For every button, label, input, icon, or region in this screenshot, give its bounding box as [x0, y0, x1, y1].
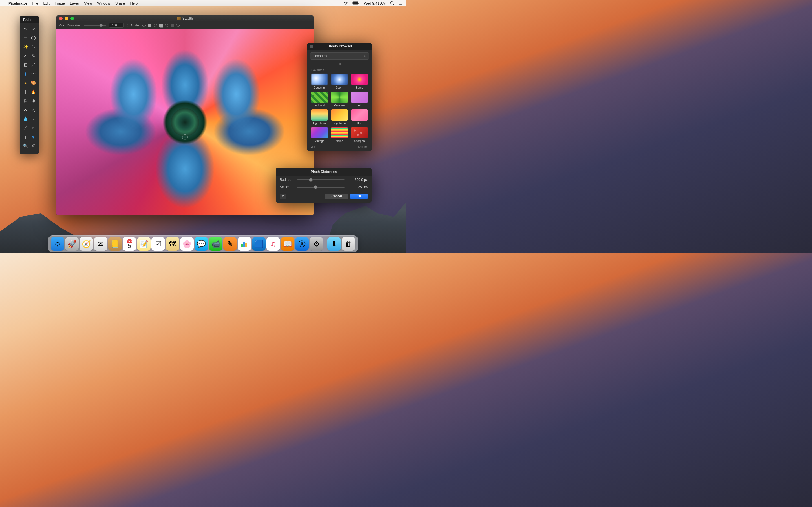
pinch-distortion-panel[interactable]: Pinch Distortion Radius: 300.0 px Scale:…	[276, 168, 371, 203]
dock-trash[interactable]: 🗑	[342, 237, 355, 251]
effects-category-dropdown[interactable]: Favorites ▴▾	[310, 52, 369, 60]
menu-window[interactable]: Window	[97, 1, 110, 5]
eraser-tool[interactable]: ◧	[21, 61, 29, 69]
dock-mail[interactable]: ✉	[94, 237, 107, 251]
wifi-icon[interactable]	[343, 1, 348, 5]
type-tool[interactable]: T	[21, 133, 29, 141]
line-tool[interactable]: ╱	[21, 124, 29, 132]
effect-bump[interactable]: Bump	[350, 74, 369, 89]
dock-messages[interactable]: 💬	[195, 237, 208, 251]
pixel-tool[interactable]: ▫	[29, 115, 37, 123]
window-titlebar[interactable]: Stealth	[56, 15, 313, 22]
effect-light-leak[interactable]: Light Leak	[310, 109, 329, 125]
battery-icon[interactable]	[352, 1, 359, 5]
effect-noise[interactable]: Noise	[330, 127, 349, 143]
effect-pinwheel[interactable]: Pinwheel	[330, 92, 349, 107]
mode-front-icon[interactable]	[176, 24, 180, 27]
dock-itunes[interactable]: ♫	[266, 237, 280, 251]
mode-replace-icon[interactable]	[182, 24, 185, 27]
effect-sharpen[interactable]: Sharpen	[350, 127, 369, 143]
effect-brickwork[interactable]: Brickwork	[310, 92, 329, 107]
effect-gaussian[interactable]: Gaussian	[310, 74, 329, 89]
dock-notes[interactable]: 📝	[137, 237, 151, 251]
document-canvas[interactable]	[56, 29, 313, 216]
reset-button[interactable]: ↺	[280, 193, 287, 199]
effects-search[interactable]: ▾	[311, 146, 315, 149]
magic-wand-tool[interactable]: ✨	[21, 43, 29, 51]
menubar-clock[interactable]: Wed 9:41 AM	[364, 1, 386, 5]
scale-value[interactable]: 25.0%	[347, 185, 368, 189]
menu-layer[interactable]: Layer	[70, 1, 79, 5]
dock-photos[interactable]: 🌸	[180, 237, 194, 251]
marquee-tool[interactable]: ▭	[21, 34, 29, 42]
dock-launchpad[interactable]: 🚀	[65, 237, 79, 251]
heal-tool[interactable]: ⊕	[29, 97, 37, 105]
diameter-slider[interactable]	[84, 25, 106, 25]
dock-downloads[interactable]: ⬇	[327, 237, 341, 251]
dock-appstore[interactable]: Ⓐ	[295, 237, 309, 251]
menu-image[interactable]: Image	[55, 1, 65, 5]
smudge-tool[interactable]: 〰	[29, 70, 37, 78]
app-menu[interactable]: Pixelmator	[8, 1, 27, 5]
red-eye-tool[interactable]: 👁	[21, 106, 29, 114]
mode-add-icon[interactable]	[148, 24, 151, 27]
burn-tool[interactable]: 🔥	[29, 88, 37, 96]
crop-tool[interactable]: ✂	[21, 52, 29, 60]
effect-target-cursor[interactable]	[182, 134, 188, 140]
dock-facetime[interactable]: 📹	[209, 237, 222, 251]
sharpen-tool[interactable]: △	[29, 106, 37, 114]
dock-maps[interactable]: 🗺	[166, 237, 179, 251]
effects-thumb-size-slider[interactable]	[310, 62, 369, 65]
shape-tool[interactable]: ♥	[29, 133, 37, 141]
mode-behind-icon[interactable]	[170, 24, 174, 27]
dock-ibooks[interactable]: 📖	[281, 237, 294, 251]
diameter-stepper[interactable]: ▲▼	[126, 24, 128, 27]
effect-zoom[interactable]: Zoom	[330, 74, 349, 89]
dock-pages[interactable]: ✎	[223, 237, 237, 251]
sponge-tool[interactable]: ●	[21, 79, 29, 87]
window-minimize-button[interactable]	[65, 17, 68, 20]
options-gear-icon[interactable]: ⚙ ▾	[59, 23, 64, 27]
pen-tool[interactable]: ✎	[29, 52, 37, 60]
spotlight-icon[interactable]	[390, 1, 394, 5]
brush-tool[interactable]: ɭ	[21, 88, 29, 96]
diameter-value[interactable]: 100 px	[109, 23, 124, 27]
effects-close-button[interactable]: ✕	[310, 45, 313, 48]
tools-panel[interactable]: Tools ↖⬀▭◯✨⬠✂✎◧／▮〰●🎨ɭ🔥⎘⊕👁△💧▫╱⧄T♥🔍✐	[20, 16, 39, 154]
menu-edit[interactable]: Edit	[43, 1, 49, 5]
effects-browser-panel[interactable]: ✕ Effects Browser Favorites ▴▾ Favorites…	[307, 43, 371, 151]
window-zoom-button[interactable]	[70, 17, 74, 20]
menu-view[interactable]: View	[84, 1, 92, 5]
color-picker-tool[interactable]: 🎨	[29, 79, 37, 87]
dock-finder[interactable]: ☺	[51, 237, 64, 251]
effect-brightness[interactable]: Brightness	[330, 109, 349, 125]
cancel-button[interactable]: Cancel	[325, 193, 348, 199]
ok-button[interactable]: OK	[350, 193, 368, 199]
mode-exclude-icon[interactable]	[165, 24, 168, 27]
dock-sysprefs[interactable]: ⚙	[310, 237, 323, 251]
lasso-tool[interactable]: ◯	[29, 34, 37, 42]
blur-tool[interactable]: 💧	[21, 115, 29, 123]
move-tool[interactable]: ↖	[21, 25, 29, 33]
menu-help[interactable]: Help	[130, 1, 138, 5]
dock-calendar[interactable]: NOV5	[123, 237, 136, 251]
notification-center-icon[interactable]	[399, 1, 403, 5]
dock-numbers[interactable]	[238, 237, 251, 251]
selection-tool[interactable]: ⬀	[29, 25, 37, 33]
mode-subtract-icon[interactable]	[154, 24, 157, 27]
effect-hue[interactable]: Hue	[350, 109, 369, 125]
effect-fill[interactable]: Fill	[350, 92, 369, 107]
gradient-tool[interactable]: ▮	[21, 70, 29, 78]
effect-vintage[interactable]: Vintage	[310, 127, 329, 143]
radius-value[interactable]: 300.0 px	[347, 178, 368, 182]
mode-intersect-icon[interactable]	[159, 24, 163, 27]
scale-slider[interactable]	[297, 187, 345, 187]
radius-slider[interactable]	[297, 179, 345, 180]
polygonal-lasso-tool[interactable]: ⬠	[29, 43, 37, 51]
dock-safari[interactable]: 🧭	[80, 237, 93, 251]
dock-contacts[interactable]: 📒	[108, 237, 122, 251]
menu-file[interactable]: File	[32, 1, 38, 5]
eyedropper-tool[interactable]: ✐	[29, 142, 37, 150]
dock-reminders[interactable]: ☑	[151, 237, 165, 251]
clone-tool[interactable]: ⎘	[21, 97, 29, 105]
